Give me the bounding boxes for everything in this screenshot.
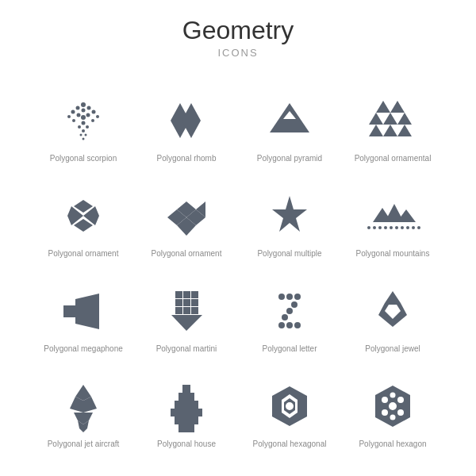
svg-rect-58 [63, 305, 75, 317]
svg-point-19 [83, 138, 85, 140]
icon-cell-polygonal-ornament2[interactable]: Polygonal ornament [135, 170, 238, 265]
svg-rect-94 [171, 409, 178, 416]
svg-point-111 [382, 409, 388, 416]
polygonal-scorpion-icon [56, 93, 111, 148]
icon-cell-polygonal-ornament1[interactable]: Polygonal ornament [32, 170, 135, 265]
polygonal-house-label: Polygonal house [157, 439, 216, 449]
svg-rect-66 [183, 307, 190, 314]
svg-point-70 [286, 294, 293, 300]
svg-point-54 [412, 226, 415, 229]
svg-rect-91 [175, 401, 182, 409]
polygonal-rhomb-label: Polygonal rhomb [156, 153, 216, 163]
svg-point-72 [291, 301, 298, 308]
svg-point-15 [86, 125, 89, 129]
svg-marker-21 [182, 103, 201, 138]
svg-rect-61 [191, 291, 198, 298]
page: Geometry ICONS [0, 0, 476, 476]
polygonal-jewel-icon [365, 283, 420, 339]
svg-rect-101 [178, 424, 186, 432]
svg-marker-40 [167, 209, 177, 225]
svg-rect-95 [178, 409, 186, 416]
polygonal-letter-icon [262, 283, 317, 339]
icon-cell-polygonal-house[interactable]: Polygonal house [135, 360, 238, 455]
polygonal-jet-aircraft-icon [56, 378, 111, 434]
svg-point-1 [76, 106, 80, 110]
svg-point-12 [91, 119, 94, 122]
icon-cell-polygonal-hexagonal[interactable]: Polygonal hexagonal [238, 360, 341, 455]
svg-marker-31 [397, 125, 412, 136]
svg-rect-65 [175, 307, 182, 314]
svg-rect-63 [183, 299, 190, 306]
polygonal-megaphone-label: Polygonal megaphone [44, 344, 123, 354]
polygonal-multiple-icon [262, 188, 317, 244]
svg-marker-26 [383, 113, 397, 125]
svg-point-112 [397, 409, 404, 416]
icon-cell-polygonal-mountains[interactable]: Polygonal mountains [341, 170, 444, 265]
svg-point-13 [82, 121, 86, 125]
svg-marker-27 [390, 101, 405, 113]
svg-point-74 [282, 314, 288, 321]
svg-rect-88 [182, 385, 190, 393]
svg-point-53 [406, 226, 409, 229]
icon-cell-polygonal-rhomb[interactable]: Polygonal rhomb [135, 75, 238, 170]
icon-cell-polygonal-multiple[interactable]: Polygonal multiple [238, 170, 341, 265]
polygonal-pyramid-label: Polygonal pyramid [257, 153, 322, 163]
polygonal-jet-aircraft-label: Polygonal jet aircraft [48, 439, 120, 449]
icon-cell-polygonal-hexagon[interactable]: Polygonal hexagon [341, 360, 444, 455]
svg-point-5 [92, 110, 96, 114]
svg-rect-90 [186, 393, 194, 401]
svg-point-73 [286, 308, 293, 314]
svg-point-16 [82, 129, 85, 132]
svg-point-10 [81, 115, 86, 120]
svg-rect-93 [190, 401, 198, 409]
icon-cell-polygonal-ornamental[interactable]: Polygonal ornamental [341, 75, 444, 170]
svg-rect-100 [190, 416, 198, 424]
svg-point-49 [384, 226, 387, 229]
svg-point-113 [390, 393, 396, 398]
svg-rect-97 [194, 409, 202, 416]
icon-grid: Polygonal scorpion Polygonal rhomb [32, 75, 444, 455]
svg-rect-102 [186, 424, 194, 432]
svg-point-109 [382, 397, 388, 403]
icon-cell-polygonal-jet-aircraft[interactable]: Polygonal jet aircraft [32, 360, 135, 455]
polygonal-letter-label: Polygonal letter [263, 344, 317, 354]
svg-point-108 [389, 402, 397, 410]
svg-point-17 [80, 134, 83, 136]
polygonal-pyramid-icon [262, 93, 317, 148]
polygonal-ornament2-label: Polygonal ornament [152, 248, 222, 259]
icon-cell-polygonal-letter[interactable]: Polygonal letter [238, 265, 341, 360]
page-title: Geometry [182, 16, 294, 45]
svg-point-69 [278, 294, 285, 300]
polygonal-scorpion-label: Polygonal scorpion [50, 153, 117, 163]
polygonal-ornamental-icon [365, 93, 420, 148]
polygonal-ornament2-icon [159, 188, 214, 244]
svg-point-3 [71, 110, 75, 114]
polygonal-multiple-label: Polygonal multiple [257, 248, 321, 259]
polygonal-ornament1-label: Polygonal ornament [48, 248, 119, 259]
icon-cell-polygonal-scorpion[interactable]: Polygonal scorpion [32, 75, 135, 170]
svg-point-75 [278, 322, 285, 328]
polygonal-ornament1-icon [56, 188, 111, 244]
svg-point-114 [390, 415, 396, 420]
icon-cell-polygonal-jewel[interactable]: Polygonal jewel [341, 265, 444, 360]
svg-marker-29 [383, 125, 397, 136]
icon-cell-polygonal-megaphone[interactable]: Polygonal megaphone [32, 265, 135, 360]
svg-point-71 [294, 294, 301, 300]
icon-cell-polygonal-martini[interactable]: Polygonal martini [135, 265, 238, 360]
svg-rect-64 [191, 299, 198, 306]
svg-rect-98 [175, 416, 182, 424]
svg-rect-60 [183, 291, 190, 298]
svg-point-55 [417, 226, 420, 229]
polygonal-ornamental-label: Polygonal ornamental [355, 153, 432, 163]
svg-point-110 [397, 397, 404, 403]
polygonal-hexagon-icon [365, 378, 420, 434]
icon-cell-polygonal-pyramid[interactable]: Polygonal pyramid [238, 75, 341, 170]
svg-point-14 [78, 125, 81, 129]
polygonal-martini-label: Polygonal martini [156, 344, 217, 354]
svg-point-2 [87, 106, 91, 110]
svg-marker-57 [75, 294, 99, 329]
svg-point-48 [378, 226, 382, 229]
svg-marker-30 [369, 125, 383, 136]
svg-rect-62 [175, 299, 182, 306]
polygonal-martini-icon [159, 283, 214, 339]
